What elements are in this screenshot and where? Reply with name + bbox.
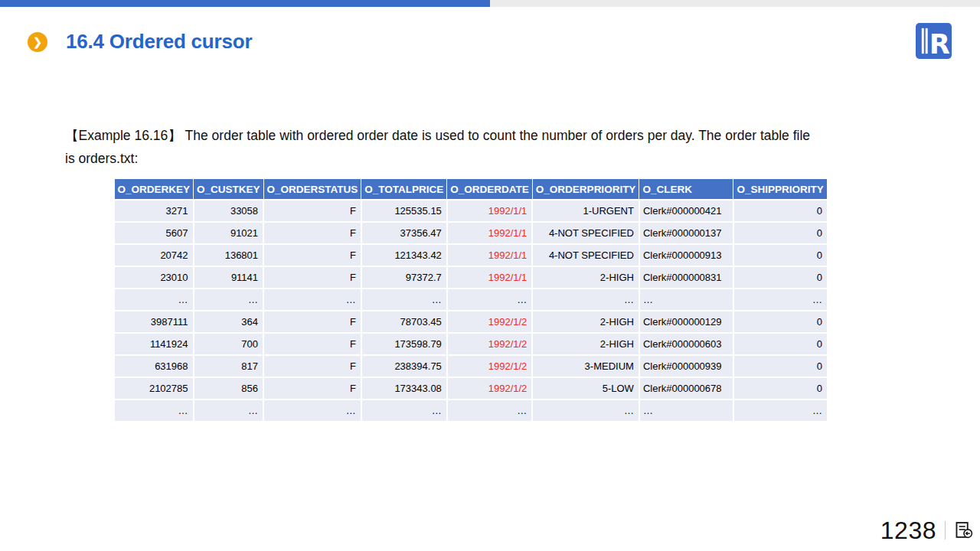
table-cell: 78703.45 <box>361 311 447 333</box>
table-cell: Clerk#000000137 <box>639 222 733 244</box>
table-cell: 3987111 <box>114 311 194 333</box>
top-bar-accent <box>0 0 490 7</box>
table-cell: … <box>194 399 264 422</box>
column-header: O_TOTALPRICE <box>361 179 447 201</box>
table-header-row: O_ORDERKEYO_CUSTKEYO_ORDERSTATUSO_TOTALP… <box>114 179 828 201</box>
table-cell: Clerk#000000831 <box>639 266 733 289</box>
chevron-right-icon: ❯ <box>28 32 47 52</box>
table-cell: 136801 <box>194 244 264 266</box>
column-header: O_ORDERDATE <box>447 179 533 201</box>
column-header: O_ORDERPRIORITY <box>532 179 639 201</box>
table-cell: 1992/1/2 <box>447 311 533 333</box>
table-cell: 631968 <box>114 355 194 377</box>
table-row: 2102785856F173343.081992/1/25-LOWClerk#0… <box>114 377 828 399</box>
table-cell: 125535.15 <box>361 200 447 222</box>
table-cell: 121343.42 <box>361 244 447 266</box>
table-cell: … <box>114 289 194 311</box>
table-cell: 0 <box>733 377 828 399</box>
table-cell: Clerk#000000939 <box>639 355 733 377</box>
table-cell: 2-HIGH <box>532 266 639 289</box>
table-cell: 1992/1/1 <box>447 266 533 289</box>
table-row: 327133058F125535.151992/1/11-URGENTClerk… <box>114 200 828 222</box>
table-cell: Clerk#000000129 <box>639 311 733 333</box>
table-cell: 700 <box>194 333 264 355</box>
table-cell: F <box>263 311 361 333</box>
example-text: 【Example 16.16】 The order table with ord… <box>65 124 934 170</box>
table-cell: 91021 <box>194 222 264 244</box>
page-number: 1238 <box>880 517 936 545</box>
table-cell: … <box>361 289 447 311</box>
table-cell: F <box>263 244 361 266</box>
top-bar <box>0 0 980 7</box>
table-cell: 23010 <box>114 266 194 289</box>
table-cell: 0 <box>733 311 828 333</box>
table-cell: 856 <box>194 377 264 399</box>
table-cell: 2102785 <box>114 377 194 399</box>
table-cell: Clerk#000000678 <box>639 377 733 399</box>
page-title: 16.4 Ordered cursor <box>66 30 252 54</box>
column-header: O_ORDERSTATUS <box>263 179 361 201</box>
table-cell: … <box>447 289 533 311</box>
document-return-icon[interactable] <box>954 520 974 540</box>
table-cell: 33058 <box>194 200 264 222</box>
table-row: 631968817F238394.751992/1/23-MEDIUMClerk… <box>114 355 828 377</box>
table-cell: 1141924 <box>114 333 194 355</box>
table-cell: 1992/1/1 <box>447 244 533 266</box>
table-cell: 20742 <box>114 244 194 266</box>
table-cell: 37356.47 <box>361 222 447 244</box>
table-cell: 0 <box>733 355 828 377</box>
table-cell: 173343.08 <box>361 377 447 399</box>
table-cell: 3271 <box>114 200 194 222</box>
orders-table: O_ORDERKEYO_CUSTKEYO_ORDERSTATUSO_TOTALP… <box>113 178 828 422</box>
table-cell: … <box>194 289 264 311</box>
table-cell: … <box>733 289 828 311</box>
table-cell: 1992/1/2 <box>447 333 533 355</box>
table-cell: F <box>263 222 361 244</box>
table-cell: 0 <box>733 333 828 355</box>
table-cell: 1992/1/2 <box>447 377 533 399</box>
table-cell: 2-HIGH <box>532 333 639 355</box>
table-row: 3987111364F78703.451992/1/22-HIGHClerk#0… <box>114 311 828 333</box>
example-line-1: 【Example 16.16】 The order table with ord… <box>65 128 810 143</box>
table-cell: 173598.79 <box>361 333 447 355</box>
table-cell: … <box>532 399 639 422</box>
table-cell: 364 <box>194 311 264 333</box>
table-cell: … <box>447 399 533 422</box>
table-cell: … <box>114 399 194 422</box>
table-row: 2301091141F97372.71992/1/12-HIGHClerk#00… <box>114 266 828 289</box>
column-header: O_SHIPPRIORITY <box>733 179 828 201</box>
table-cell: Clerk#000000913 <box>639 244 733 266</box>
table-cell: … <box>639 399 733 422</box>
table-cell: 1-URGENT <box>532 200 639 222</box>
table-cell: 1992/1/1 <box>447 222 533 244</box>
column-header: O_ORDERKEY <box>114 179 194 201</box>
table-cell: … <box>532 289 639 311</box>
column-header: O_CUSTKEY <box>194 179 264 201</box>
table-cell: … <box>733 399 828 422</box>
table-row: 1141924700F173598.791992/1/22-HIGHClerk#… <box>114 333 828 355</box>
table-cell: 2-HIGH <box>532 311 639 333</box>
table-cell: 4-NOT SPECIFIED <box>532 244 639 266</box>
example-line-2: is orders.txt: <box>65 151 138 166</box>
table-cell: F <box>263 266 361 289</box>
table-cell: 0 <box>733 222 828 244</box>
table-cell: F <box>263 355 361 377</box>
footer: 1238 <box>880 518 974 543</box>
table-row: …………………… <box>114 399 828 422</box>
table-cell: 817 <box>194 355 264 377</box>
table-row: …………………… <box>114 289 828 311</box>
table-cell: Clerk#000000603 <box>639 333 733 355</box>
brand-logo-icon: R <box>916 23 952 59</box>
table-cell: F <box>263 333 361 355</box>
table-cell: … <box>639 289 733 311</box>
table-cell: … <box>361 399 447 422</box>
footer-divider <box>945 521 946 540</box>
column-header: O_CLERK <box>639 179 733 201</box>
table-cell: 5-LOW <box>532 377 639 399</box>
table-cell: 0 <box>733 244 828 266</box>
table-cell: 0 <box>733 200 828 222</box>
table-cell: … <box>263 399 361 422</box>
table-cell: 0 <box>733 266 828 289</box>
logo-letter: R <box>929 28 950 59</box>
table-cell: F <box>263 200 361 222</box>
